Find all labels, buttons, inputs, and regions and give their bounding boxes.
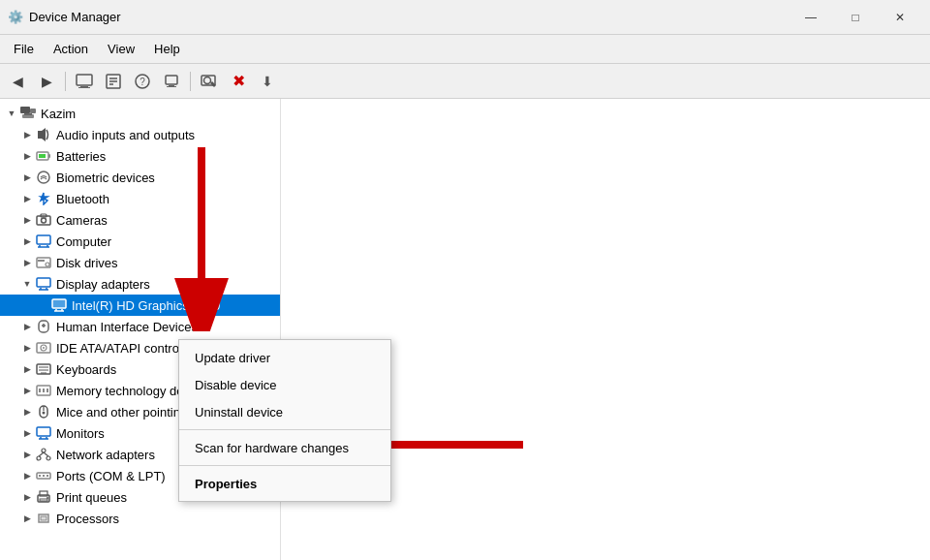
toolbar-scan[interactable] [196, 68, 223, 95]
expand-bluetooth[interactable]: ▶ [19, 191, 35, 206]
tree-batteries[interactable]: ▶ Batteries [0, 145, 280, 167]
expand-computer[interactable]: ▶ [19, 233, 35, 249]
menu-action[interactable]: Action [44, 38, 98, 60]
minimize-button[interactable]: — [789, 0, 833, 35]
tree-intel-gpu[interactable]: Intel(R) HD Graphics 4600 [0, 295, 280, 316]
expand-mice[interactable]: ▶ [19, 404, 35, 420]
menu-file[interactable]: File [4, 38, 44, 60]
svg-text:?: ? [140, 77, 145, 87]
svg-rect-2 [78, 87, 90, 88]
expand-monitors[interactable]: ▶ [19, 425, 35, 441]
expand-biometric[interactable]: ▶ [19, 170, 35, 185]
toolbar-sep-1 [65, 72, 66, 91]
svg-rect-58 [37, 427, 50, 436]
expand-batteries[interactable]: ▶ [19, 148, 35, 164]
tree-display[interactable]: ▼ Display adapters [0, 273, 280, 295]
computer-icon [35, 233, 52, 250]
display-icon [35, 275, 52, 293]
svg-rect-52 [39, 389, 41, 392]
hid-icon [35, 318, 52, 335]
context-properties[interactable]: Properties [179, 470, 390, 497]
memory-icon [35, 382, 52, 399]
monitors-label: Monitors [56, 426, 105, 441]
tree-computer[interactable]: ▶ Computer [0, 231, 280, 252]
expand-processors[interactable]: ▶ [19, 511, 35, 526]
svg-rect-73 [40, 499, 47, 501]
context-update-driver[interactable]: Update driver [179, 344, 390, 371]
svg-rect-26 [37, 235, 50, 244]
window-title: Device Manager [29, 10, 121, 24]
bluetooth-label: Bluetooth [56, 192, 109, 206]
tree-cameras[interactable]: ▶ Cameras [0, 209, 280, 231]
toolbar-properties[interactable] [100, 68, 127, 95]
right-arrow [378, 430, 533, 459]
biometric-label: Biometric devices [56, 171, 155, 185]
svg-rect-69 [43, 475, 45, 477]
ports-icon [35, 467, 52, 484]
tree-root[interactable]: ▼ Kazim [0, 103, 280, 124]
batteries-icon [35, 147, 52, 165]
expand-root[interactable]: ▼ [4, 106, 19, 121]
expand-display[interactable]: ▼ [19, 276, 35, 292]
expand-hid[interactable]: ▶ [19, 319, 35, 334]
title-bar: ⚙️ Device Manager — □ ✕ [0, 0, 930, 35]
tree-disk[interactable]: ▶ Disk drives [0, 252, 280, 273]
svg-rect-17 [24, 113, 32, 115]
context-sep-2 [179, 465, 390, 466]
processors-icon [35, 510, 52, 527]
network-icon [35, 446, 52, 463]
svg-point-64 [46, 456, 50, 460]
expand-cameras[interactable]: ▶ [19, 212, 35, 228]
context-menu: Update driver Disable device Uninstall d… [178, 339, 391, 502]
monitors-icon [35, 424, 52, 442]
context-disable-device[interactable]: Disable device [179, 371, 390, 398]
toolbar-forward[interactable]: ▶ [33, 68, 60, 95]
tree-bluetooth[interactable]: ▶ Bluetooth [0, 188, 280, 209]
toolbar-back[interactable]: ◀ [4, 68, 31, 95]
menu-help[interactable]: Help [144, 38, 190, 60]
close-button[interactable]: ✕ [878, 0, 922, 35]
context-scan-hardware[interactable]: Scan for hardware changes [179, 434, 390, 461]
svg-line-66 [44, 452, 48, 456]
print-icon [35, 488, 52, 506]
expand-ports[interactable]: ▶ [19, 468, 35, 483]
expand-disk[interactable]: ▶ [19, 255, 35, 270]
svg-point-13 [204, 77, 211, 83]
tree-audio[interactable]: ▶ Audio inputs and outputs [0, 124, 280, 145]
tree-biometric[interactable]: ▶ Biometric devices [0, 167, 280, 188]
expand-ide[interactable]: ▶ [19, 340, 35, 356]
svg-marker-18 [38, 128, 46, 141]
svg-rect-31 [38, 260, 45, 262]
tree-processors[interactable]: ▶ Processors [0, 508, 280, 529]
down-arrow [172, 138, 231, 331]
toolbar-delete[interactable]: ✖ [225, 68, 252, 95]
maximize-button[interactable]: □ [833, 0, 878, 35]
menu-view[interactable]: View [98, 38, 144, 60]
context-sep-1 [179, 429, 390, 430]
expand-audio[interactable]: ▶ [19, 127, 35, 142]
cameras-label: Cameras [56, 213, 108, 228]
svg-rect-33 [37, 278, 50, 287]
toolbar-sep-2 [190, 72, 191, 91]
tree-hid[interactable]: ▶ Human Interface Devices [0, 316, 280, 337]
svg-point-74 [46, 497, 48, 499]
expand-keyboards[interactable]: ▶ [19, 361, 35, 377]
main-area: ▼ Kazim ▶ Audio inputs and outputs ▶ [0, 99, 930, 560]
toolbar-refresh[interactable]: ⬇ [254, 68, 281, 95]
gpu-icon [50, 296, 68, 314]
svg-line-65 [39, 452, 44, 456]
toolbar-devmgr[interactable] [71, 68, 98, 95]
svg-point-46 [43, 347, 45, 349]
disk-label: Disk drives [56, 256, 118, 270]
svg-rect-70 [46, 475, 48, 477]
svg-rect-76 [41, 516, 46, 520]
toolbar-help[interactable]: ? [129, 68, 156, 95]
expand-network[interactable]: ▶ [19, 447, 35, 462]
svg-rect-15 [30, 109, 36, 113]
bluetooth-icon [35, 190, 52, 207]
context-uninstall-device[interactable]: Uninstall device [179, 398, 390, 425]
toolbar-update-driver[interactable] [158, 68, 185, 95]
svg-point-62 [42, 449, 46, 452]
expand-print[interactable]: ▶ [19, 489, 35, 505]
expand-memory[interactable]: ▶ [19, 383, 35, 398]
